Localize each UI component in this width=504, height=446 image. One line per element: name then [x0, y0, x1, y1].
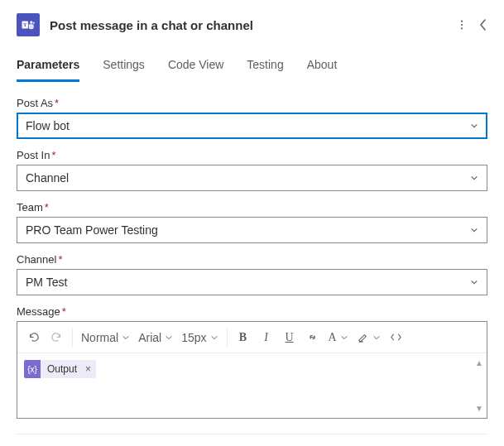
- message-body[interactable]: {x} Output × ▲ ▼: [17, 353, 487, 418]
- redo-button[interactable]: [46, 325, 67, 350]
- teams-icon: T: [17, 13, 40, 36]
- rte-toolbar: Normal Arial 15px B I U A: [17, 322, 487, 353]
- post-as-value: Flow bot: [26, 119, 70, 132]
- token-label: Output: [41, 363, 84, 375]
- parameters-panel: Post As* Flow bot Post In* Channel Team*…: [0, 82, 504, 419]
- card-header: T Post message in a chat or channel: [0, 0, 504, 46]
- chevron-down-icon: [470, 276, 478, 289]
- tab-about[interactable]: About: [307, 53, 338, 82]
- underline-button[interactable]: U: [279, 325, 300, 350]
- tab-parameters[interactable]: Parameters: [17, 53, 79, 82]
- post-as-select[interactable]: Flow bot: [17, 113, 487, 139]
- chevron-down-icon: [470, 119, 478, 132]
- font-color-button[interactable]: A: [325, 325, 352, 350]
- scroll-up-icon: ▲: [475, 358, 483, 367]
- tab-bar: Parameters Settings Code View Testing Ab…: [0, 46, 504, 82]
- chevron-down-icon: [470, 171, 478, 185]
- highlight-button[interactable]: [353, 325, 384, 350]
- paragraph-style-select[interactable]: Normal: [78, 325, 133, 350]
- section-divider: [17, 434, 487, 434]
- team-label: Team*: [17, 201, 487, 213]
- team-value: PRO Team Power Testing: [26, 223, 158, 237]
- card-title: Post message in a chat or channel: [50, 18, 446, 32]
- undo-button[interactable]: [22, 325, 44, 350]
- more-menu-icon[interactable]: [456, 19, 468, 31]
- link-button[interactable]: [302, 325, 324, 350]
- svg-text:T: T: [23, 22, 27, 27]
- channel-select[interactable]: PM Test: [17, 269, 487, 295]
- svg-point-2: [30, 21, 32, 23]
- tab-code-view[interactable]: Code View: [168, 53, 223, 82]
- svg-point-3: [33, 22, 35, 24]
- svg-point-5: [461, 24, 463, 26]
- team-select[interactable]: PRO Team Power Testing: [17, 217, 487, 243]
- channel-value: PM Test: [26, 276, 67, 289]
- scroll-down-icon: ▼: [475, 404, 483, 413]
- tab-settings[interactable]: Settings: [103, 53, 145, 82]
- message-editor: Normal Arial 15px B I U A {x} Output × ▲: [17, 321, 487, 419]
- tab-testing[interactable]: Testing: [247, 53, 283, 82]
- bold-button[interactable]: B: [233, 325, 254, 350]
- svg-point-4: [461, 21, 463, 22]
- channel-label: Channel*: [17, 253, 487, 266]
- collapse-icon[interactable]: [479, 19, 487, 31]
- svg-rect-7: [358, 341, 362, 342]
- post-in-value: Channel: [26, 171, 69, 185]
- font-family-select[interactable]: Arial: [135, 325, 176, 350]
- token-remove-icon[interactable]: ×: [84, 363, 96, 375]
- dynamic-token[interactable]: {x} Output ×: [24, 360, 96, 378]
- token-icon: {x}: [24, 360, 41, 378]
- post-as-label: Post As*: [17, 97, 487, 109]
- font-size-select[interactable]: 15px: [178, 325, 221, 350]
- post-in-label: Post In*: [17, 149, 487, 161]
- code-view-button[interactable]: [386, 325, 407, 350]
- chevron-down-icon: [470, 223, 478, 237]
- message-label: Message*: [17, 305, 487, 318]
- italic-button[interactable]: I: [256, 325, 277, 350]
- post-in-select[interactable]: Channel: [17, 165, 487, 191]
- svg-point-6: [461, 27, 463, 29]
